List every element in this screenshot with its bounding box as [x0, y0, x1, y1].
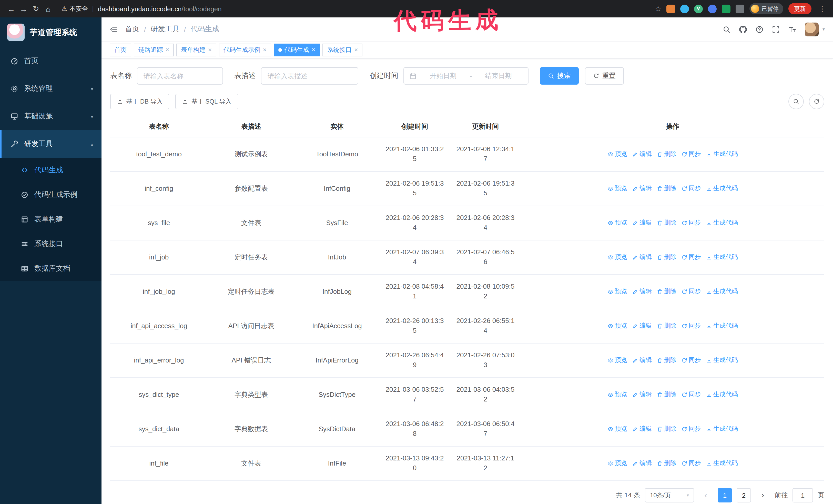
avatar-caret-icon[interactable]: ▾	[823, 27, 825, 32]
delete-link[interactable]: 删除	[657, 459, 676, 468]
delete-link[interactable]: 删除	[657, 253, 676, 262]
browser-reload-icon[interactable]: ↻	[30, 3, 42, 15]
sidebar-item-home[interactable]: 首页	[0, 47, 101, 75]
refresh-table-button[interactable]	[809, 94, 824, 109]
preview-link[interactable]: 预览	[607, 253, 627, 262]
sidebar-item-system-api[interactable]: 系统接口	[0, 232, 101, 256]
edit-link[interactable]: 编辑	[632, 219, 652, 227]
user-avatar[interactable]	[805, 22, 819, 36]
edit-link[interactable]: 编辑	[632, 425, 652, 434]
close-icon[interactable]: ×	[263, 46, 266, 53]
extension-icon-2[interactable]	[680, 4, 689, 13]
date-range-picker[interactable]: 开始日期 - 结束日期	[403, 67, 528, 85]
delete-link[interactable]: 删除	[657, 150, 676, 159]
tab-tracing[interactable]: 链路追踪×	[134, 43, 174, 56]
import-sql-button[interactable]: 基于 SQL 导入	[175, 94, 238, 109]
sync-link[interactable]: 同步	[681, 459, 701, 468]
browser-home-icon[interactable]: ⌂	[42, 3, 54, 15]
reset-button[interactable]: 重置	[585, 67, 624, 85]
tab-form-builder[interactable]: 表单构建×	[176, 43, 216, 56]
sidebar-item-infrastructure[interactable]: 基础设施 ▾	[0, 102, 101, 130]
breadcrumb-devtools[interactable]: 研发工具	[151, 25, 180, 34]
preview-link[interactable]: 预览	[607, 390, 627, 400]
delete-link[interactable]: 删除	[657, 425, 676, 434]
table-desc-input[interactable]	[261, 67, 358, 85]
preview-link[interactable]: 预览	[607, 322, 627, 331]
sync-link[interactable]: 同步	[681, 287, 701, 296]
preview-link[interactable]: 预览	[607, 425, 627, 434]
collapse-sidebar-icon[interactable]	[110, 25, 118, 33]
preview-link[interactable]: 预览	[607, 219, 627, 227]
sidebar-item-codegen-example[interactable]: 代码生成示例	[0, 183, 101, 207]
generate-code-link[interactable]: 生成代码	[706, 150, 738, 159]
browser-back-icon[interactable]: ←	[5, 3, 18, 15]
github-icon[interactable]	[739, 25, 747, 33]
close-icon[interactable]: ×	[208, 46, 212, 53]
generate-code-link[interactable]: 生成代码	[706, 356, 738, 365]
sync-link[interactable]: 同步	[681, 425, 701, 434]
security-chip[interactable]: ⚠ 不安全	[62, 4, 88, 13]
sync-link[interactable]: 同步	[681, 184, 701, 193]
next-page-button[interactable]: ›	[756, 488, 770, 502]
sync-link[interactable]: 同步	[681, 219, 701, 227]
sync-link[interactable]: 同步	[681, 150, 701, 159]
bookmark-star-icon[interactable]: ☆	[655, 5, 661, 13]
browser-menu-icon[interactable]: ⋮	[816, 5, 828, 13]
sidebar-item-devtools[interactable]: 研发工具 ▴	[0, 130, 101, 158]
toggle-search-button[interactable]	[788, 94, 804, 109]
sync-link[interactable]: 同步	[681, 356, 701, 365]
edit-link[interactable]: 编辑	[632, 322, 652, 331]
prev-page-button[interactable]: ‹	[699, 488, 713, 502]
preview-link[interactable]: 预览	[607, 184, 627, 193]
sync-link[interactable]: 同步	[681, 253, 701, 262]
import-db-button[interactable]: 基于 DB 导入	[110, 94, 169, 109]
edit-link[interactable]: 编辑	[632, 150, 652, 159]
delete-link[interactable]: 删除	[657, 322, 676, 331]
page-button-2[interactable]: 2	[737, 488, 751, 502]
extension-icon-5[interactable]	[722, 4, 731, 13]
address-bar[interactable]: ⚠ 不安全 | dashboard.yudao.iocoder.cn/tool/…	[62, 4, 222, 13]
close-icon[interactable]: ×	[166, 46, 169, 53]
close-icon[interactable]: ×	[354, 46, 358, 53]
generate-code-link[interactable]: 生成代码	[706, 219, 738, 227]
edit-link[interactable]: 编辑	[632, 184, 652, 193]
edit-link[interactable]: 编辑	[632, 253, 652, 262]
search-button[interactable]: 搜索	[540, 67, 579, 85]
generate-code-link[interactable]: 生成代码	[706, 425, 738, 434]
delete-link[interactable]: 删除	[657, 356, 676, 365]
search-icon[interactable]	[723, 25, 731, 33]
table-name-input[interactable]	[137, 67, 223, 85]
tab-home[interactable]: 首页	[110, 43, 131, 56]
generate-code-link[interactable]: 生成代码	[706, 184, 738, 193]
edit-link[interactable]: 编辑	[632, 287, 652, 296]
preview-link[interactable]: 预览	[607, 356, 627, 365]
delete-link[interactable]: 删除	[657, 184, 676, 193]
browser-forward-icon[interactable]: →	[18, 3, 30, 15]
preview-link[interactable]: 预览	[607, 459, 627, 468]
edit-link[interactable]: 编辑	[632, 356, 652, 365]
font-size-icon[interactable]	[789, 25, 796, 33]
tab-codegen-example[interactable]: 代码生成示例×	[219, 43, 271, 56]
delete-link[interactable]: 删除	[657, 390, 676, 400]
generate-code-link[interactable]: 生成代码	[706, 390, 738, 400]
sidebar-item-codegen[interactable]: 代码生成	[0, 158, 101, 183]
breadcrumb-home[interactable]: 首页	[125, 25, 139, 34]
edit-link[interactable]: 编辑	[632, 459, 652, 468]
extension-icon-6[interactable]	[736, 4, 744, 13]
sidebar-item-db-docs[interactable]: 数据库文档	[0, 256, 101, 281]
fullscreen-icon[interactable]	[772, 25, 780, 33]
delete-link[interactable]: 删除	[657, 287, 676, 296]
page-size-select[interactable]: 10条/页 ▾	[645, 488, 694, 502]
preview-link[interactable]: 预览	[607, 287, 627, 296]
edit-link[interactable]: 编辑	[632, 390, 652, 400]
sync-link[interactable]: 同步	[681, 322, 701, 331]
goto-page-input[interactable]	[792, 488, 813, 502]
close-icon[interactable]: ×	[312, 46, 315, 53]
preview-link[interactable]: 预览	[607, 150, 627, 159]
generate-code-link[interactable]: 生成代码	[706, 253, 738, 262]
tab-codegen[interactable]: 代码生成×	[274, 43, 320, 56]
generate-code-link[interactable]: 生成代码	[706, 287, 738, 296]
sidebar-item-system[interactable]: 系统管理 ▾	[0, 75, 101, 102]
tab-system-api[interactable]: 系统接口×	[323, 43, 362, 56]
sync-link[interactable]: 同步	[681, 390, 701, 400]
